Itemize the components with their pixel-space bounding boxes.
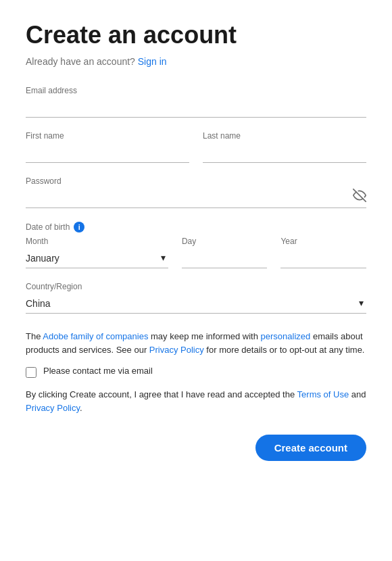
password-input[interactable] (26, 189, 366, 208)
dob-section: Date of birth i Month January February M… (26, 222, 366, 268)
month-col-label: Month (26, 237, 168, 246)
firstname-field-group: First name (26, 131, 189, 163)
country-section: Country/Region China United States Unite… (26, 282, 366, 314)
year-input[interactable] (280, 249, 366, 268)
contact-email-label[interactable]: Please contact me via email (43, 366, 153, 376)
terms-of-use-link[interactable]: Terms of Use (297, 389, 349, 399)
password-label: Password (26, 176, 366, 186)
privacy-policy-link-2[interactable]: Privacy Policy (26, 403, 80, 413)
country-select[interactable]: China United States United Kingdom Canad… (26, 294, 366, 314)
info-icon[interactable]: i (74, 222, 84, 233)
firstname-input[interactable] (26, 143, 189, 163)
name-row: First name Last name (26, 131, 366, 163)
toggle-password-icon[interactable] (353, 189, 366, 204)
email-field-group: Email address (26, 86, 366, 118)
privacy-text: The Adobe family of companies may keep m… (26, 330, 366, 356)
country-select-wrapper: China United States United Kingdom Canad… (26, 294, 366, 314)
country-label: Country/Region (26, 282, 366, 291)
email-label: Email address (26, 86, 366, 95)
email-input[interactable] (26, 98, 366, 118)
dob-day-group: Day (182, 237, 268, 268)
dob-fields: Month January February March April May J… (26, 237, 366, 268)
dob-month-group: Month January February March April May J… (26, 237, 168, 268)
month-select[interactable]: January February March April May June Ju… (26, 249, 168, 268)
lastname-label: Last name (203, 131, 366, 141)
page-title: Create an account (26, 20, 366, 49)
lastname-input[interactable] (203, 143, 366, 163)
personalized-link[interactable]: personalized (261, 331, 311, 341)
password-field-group: Password (26, 176, 366, 208)
footer-row: Create account (26, 435, 366, 461)
dob-label-row: Date of birth i (26, 222, 366, 233)
day-col-label: Day (182, 237, 268, 246)
day-input[interactable] (182, 249, 268, 268)
privacy-policy-link-1[interactable]: Privacy Policy (149, 345, 204, 355)
contact-checkbox-row: Please contact me via email (26, 366, 366, 379)
terms-text: By clicking Create account, I agree that… (26, 388, 366, 414)
contact-email-checkbox[interactable] (26, 367, 36, 378)
firstname-label: First name (26, 131, 189, 141)
year-col-label: Year (280, 237, 366, 246)
subtitle-text: Already have an account? Sign in (26, 56, 366, 67)
password-wrapper (26, 189, 366, 208)
adobe-family-link[interactable]: Adobe family of companies (43, 331, 148, 341)
dob-year-group: Year (280, 237, 366, 268)
signin-link[interactable]: Sign in (138, 56, 167, 67)
month-select-wrapper: January February March April May June Ju… (26, 249, 168, 268)
lastname-field-group: Last name (203, 131, 366, 163)
dob-label: Date of birth (26, 222, 70, 232)
create-account-button[interactable]: Create account (255, 435, 366, 461)
